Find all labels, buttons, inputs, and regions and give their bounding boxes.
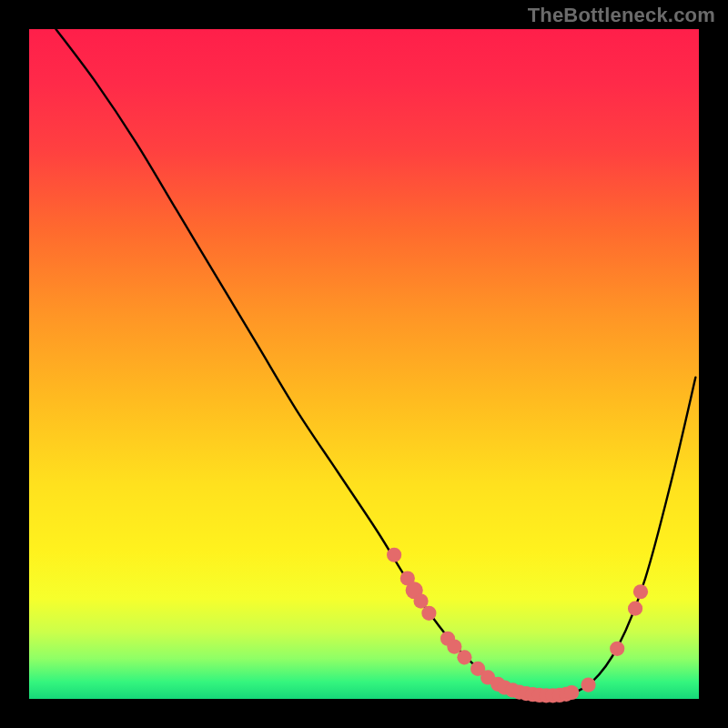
marker-point [628,602,642,616]
marker-point [564,685,579,700]
marker-point [633,584,648,599]
marker-point [581,677,595,692]
chart-stage: TheBottleneck.com [0,0,728,728]
bottleneck-chart [0,0,728,728]
marker-point [610,642,624,656]
plot-background [29,29,699,699]
marker-point [421,606,436,621]
marker-point [387,548,401,562]
marker-point [413,593,428,608]
watermark-text: TheBottleneck.com [528,4,715,27]
marker-point [457,650,471,664]
marker-point [447,639,461,653]
